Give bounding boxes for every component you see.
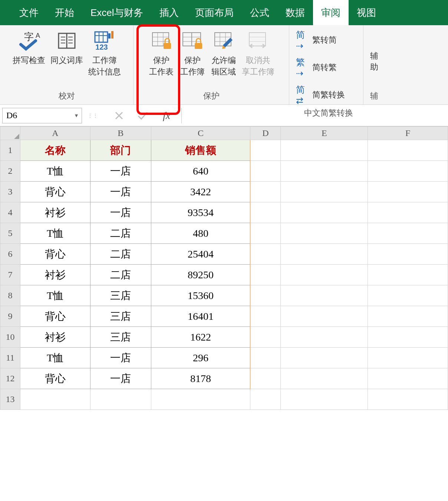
cell[interactable] [20, 389, 90, 410]
cell[interactable] [250, 327, 281, 348]
cell[interactable]: 二店 [90, 223, 151, 244]
column-header-E[interactable]: E [281, 127, 368, 140]
cell[interactable] [368, 285, 448, 306]
row-header[interactable]: 9 [0, 306, 20, 327]
cell[interactable] [250, 161, 281, 182]
cell[interactable] [250, 265, 281, 285]
cell[interactable] [250, 140, 281, 161]
column-header-D[interactable]: D [250, 127, 281, 140]
thesaurus-button[interactable]: 同义词库 [49, 28, 85, 78]
cell[interactable]: 衬衫 [20, 327, 90, 348]
cell[interactable]: 25404 [151, 244, 250, 265]
column-header-C[interactable]: C [151, 127, 250, 140]
menu-pagelayout[interactable]: 页面布局 [187, 0, 242, 25]
cell[interactable] [281, 389, 368, 410]
cell[interactable] [281, 244, 368, 265]
cell[interactable]: 衬衫 [20, 202, 90, 223]
name-box[interactable]: D6 ▾ [2, 108, 82, 123]
cell[interactable] [151, 389, 250, 410]
cell[interactable] [250, 202, 281, 223]
cell[interactable] [281, 140, 368, 161]
cell[interactable]: 二店 [90, 244, 151, 265]
column-header-B[interactable]: B [90, 127, 151, 140]
cell[interactable] [250, 285, 281, 306]
cell[interactable] [368, 348, 448, 368]
spreadsheet-grid[interactable]: A B C D E F 1 名称 部门 销售额 2T恤一店6403背心一店342… [0, 126, 448, 410]
cell[interactable]: 一店 [90, 348, 151, 368]
cell[interactable] [281, 161, 368, 182]
simp-to-trad-button[interactable]: 繁⇢简转繁 [296, 56, 345, 79]
menu-view[interactable]: 视图 [349, 0, 384, 25]
row-header[interactable]: 12 [0, 368, 20, 389]
cell[interactable]: 一店 [90, 368, 151, 389]
cell[interactable]: T恤 [20, 161, 90, 182]
cell[interactable] [368, 389, 448, 410]
cell[interactable]: 部门 [90, 140, 151, 161]
cell[interactable] [368, 368, 448, 389]
cell[interactable]: 背心 [20, 368, 90, 389]
cell[interactable] [281, 223, 368, 244]
cell[interactable]: 640 [151, 161, 250, 182]
aux-button-partial[interactable]: 辅助 [370, 50, 383, 73]
fx-button[interactable]: fx [159, 108, 174, 123]
cell[interactable] [250, 306, 281, 327]
cell[interactable] [368, 182, 448, 202]
cell[interactable] [281, 285, 368, 306]
cell[interactable]: 一店 [90, 161, 151, 182]
cell[interactable]: 衬衫 [20, 265, 90, 285]
cell[interactable] [281, 368, 368, 389]
cell[interactable]: 三店 [90, 285, 151, 306]
cancel-formula-button[interactable] [112, 108, 126, 123]
row-header[interactable]: 2 [0, 161, 20, 182]
cell[interactable]: 一店 [90, 182, 151, 202]
menu-insert[interactable]: 插入 [151, 0, 187, 25]
cell[interactable]: 二店 [90, 265, 151, 285]
cell[interactable]: 背心 [20, 306, 90, 327]
dropdown-icon[interactable]: ▾ [75, 112, 78, 119]
row-header[interactable]: 13 [0, 389, 20, 410]
cell[interactable] [281, 348, 368, 368]
column-header-A[interactable]: A [20, 127, 90, 140]
row-header[interactable]: 1 [0, 140, 20, 161]
row-header[interactable]: 5 [0, 223, 20, 244]
cell[interactable] [368, 244, 448, 265]
cell[interactable] [281, 265, 368, 285]
menu-file[interactable]: 文件 [11, 0, 47, 25]
expand-icon[interactable]: ⋮⋮ [87, 113, 98, 119]
column-header-F[interactable]: F [368, 127, 448, 140]
cell[interactable] [250, 244, 281, 265]
spellcheck-button[interactable]: 字A 拼写检查 [11, 28, 47, 78]
menu-review[interactable]: 审阅 [313, 0, 349, 25]
row-header[interactable]: 7 [0, 265, 20, 285]
select-all-corner[interactable] [0, 127, 20, 140]
cell[interactable]: 93534 [151, 202, 250, 223]
cell[interactable]: 296 [151, 348, 250, 368]
allow-edit-button[interactable]: 允许编辑区域 [209, 28, 238, 78]
menu-data[interactable]: 数据 [277, 0, 313, 25]
cell[interactable]: 名称 [20, 140, 90, 161]
cell[interactable]: 三店 [90, 306, 151, 327]
cell[interactable] [90, 389, 151, 410]
cell[interactable] [368, 306, 448, 327]
cell[interactable] [250, 223, 281, 244]
cell[interactable] [368, 140, 448, 161]
protect-workbook-button[interactable]: 保护工作簿 [178, 28, 207, 78]
cell[interactable] [368, 265, 448, 285]
cell[interactable] [250, 368, 281, 389]
protect-sheet-button[interactable]: 保护工作表 [147, 28, 176, 78]
menu-home[interactable]: 开始 [47, 0, 82, 25]
cell[interactable]: 8178 [151, 368, 250, 389]
cell[interactable] [281, 182, 368, 202]
trad-to-simp-button[interactable]: 简⇢繁转简 [296, 29, 345, 51]
cell[interactable]: 背心 [20, 182, 90, 202]
cell[interactable]: 销售额 [151, 140, 250, 161]
cell[interactable]: T恤 [20, 285, 90, 306]
cell[interactable]: 1622 [151, 327, 250, 348]
row-header[interactable]: 3 [0, 182, 20, 202]
cell[interactable]: 3422 [151, 182, 250, 202]
workbook-stats-button[interactable]: 123 工作簿统计信息 [87, 28, 122, 78]
cell[interactable]: T恤 [20, 223, 90, 244]
cell[interactable]: 89250 [151, 265, 250, 285]
cell[interactable]: 16401 [151, 306, 250, 327]
cell[interactable]: 一店 [90, 202, 151, 223]
